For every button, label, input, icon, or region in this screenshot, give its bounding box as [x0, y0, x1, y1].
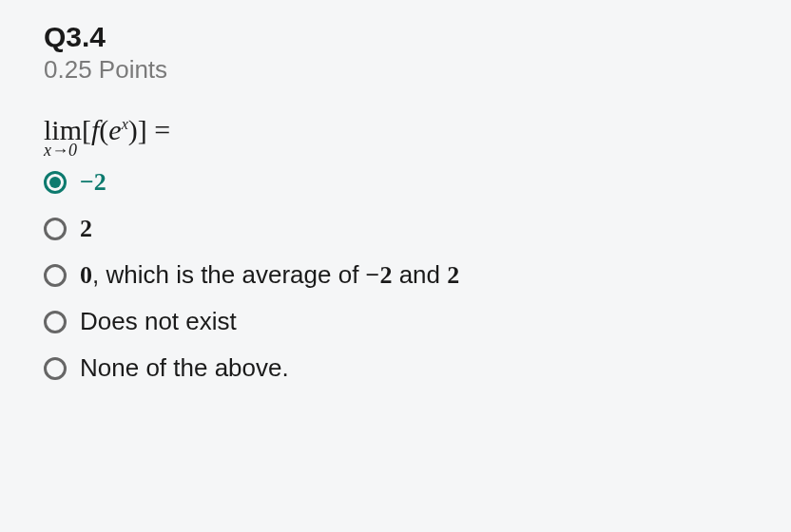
option-label: None of the above.: [80, 353, 289, 383]
radio-icon: [44, 218, 67, 240]
option-4[interactable]: None of the above.: [44, 353, 747, 383]
option-label: −2: [80, 167, 106, 197]
question-number: Q3.4: [44, 21, 747, 53]
equation-body: [f(ex)] =: [82, 114, 170, 145]
question-equation: lim x→0 [f(ex)] =: [44, 111, 747, 146]
option-label: 0, which is the average of −2 and 2: [80, 260, 459, 290]
options-group: −2 2 0, which is the average of −2 and 2…: [44, 167, 747, 383]
question-points: 0.25 Points: [44, 55, 747, 85]
option-3[interactable]: Does not exist: [44, 307, 747, 336]
radio-icon: [44, 171, 67, 194]
radio-icon: [44, 357, 67, 380]
option-label: Does not exist: [80, 307, 237, 336]
option-0[interactable]: −2: [44, 167, 747, 197]
option-2[interactable]: 0, which is the average of −2 and 2: [44, 260, 747, 290]
option-1[interactable]: 2: [44, 214, 747, 243]
option-label: 2: [80, 214, 92, 243]
radio-icon: [44, 311, 67, 333]
lim-subscript: x→0: [44, 141, 77, 161]
radio-icon: [44, 264, 67, 287]
